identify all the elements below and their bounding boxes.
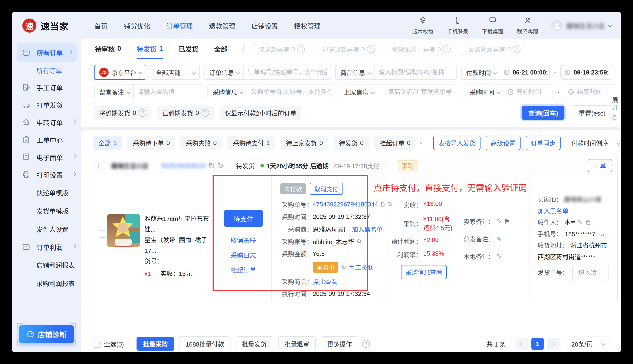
nav-home[interactable]: 首页 bbox=[94, 21, 108, 30]
nav-auth-management[interactable]: 授权管理 bbox=[294, 21, 321, 30]
contact-support[interactable]: 联系客服 bbox=[517, 16, 538, 35]
status-to-pay[interactable]: 采购待支付1 bbox=[227, 136, 275, 150]
mobile-login[interactable]: 手机登录 bbox=[447, 16, 468, 35]
sidebar-item-all-orders[interactable]: 所有订单 bbox=[17, 43, 77, 62]
order-sync-button[interactable]: 订单同步 bbox=[526, 136, 560, 150]
purchase-info-input[interactable] bbox=[247, 88, 334, 96]
nav-listing-optimize[interactable]: 铺货优化 bbox=[124, 21, 150, 30]
more-actions-button[interactable]: 更多操作 bbox=[321, 336, 358, 351]
tab-shipped[interactable]: 已发货 bbox=[179, 40, 199, 59]
fill-waybill-button[interactable]: 填入运单 bbox=[572, 264, 609, 281]
chip-will-overdue[interactable]: 将逾期发货0 ? bbox=[94, 106, 151, 120]
nav-refund-management[interactable]: 退款管理 bbox=[209, 21, 235, 30]
remark-input[interactable] bbox=[134, 88, 203, 96]
page-size-select[interactable]: 20条/页 bbox=[566, 336, 610, 351]
refresh-icon[interactable]: ↻ bbox=[218, 162, 224, 169]
view-purchase-goods-link[interactable]: 点此查看 bbox=[313, 277, 337, 286]
sidebar-subitem-express-template[interactable]: 快递单模版 bbox=[12, 183, 81, 202]
pencil-icon[interactable]: ✎ bbox=[578, 217, 583, 228]
shop-diagnose-button[interactable]: 店铺诊断 bbox=[19, 325, 74, 343]
sidebar-item-ticket-center[interactable]: 工单中心 bbox=[12, 131, 81, 148]
help-icon[interactable]: ? bbox=[297, 45, 305, 53]
tab-pending-ship[interactable]: 待发货1 bbox=[137, 40, 163, 59]
cancel-pay-button[interactable]: 取消支付 bbox=[310, 183, 343, 195]
pay-pending-button[interactable]: 待支付 bbox=[224, 210, 263, 227]
help-icon[interactable]: ? bbox=[513, 45, 520, 53]
shop-select[interactable]: 全部店铺 bbox=[151, 65, 200, 80]
view-purchase-info-button[interactable]: 采购信息查看 bbox=[401, 265, 447, 279]
pencil-icon[interactable]: ✎ bbox=[496, 218, 502, 225]
purchase-time-end[interactable] bbox=[574, 88, 616, 96]
remark-select[interactable]: 留言备注 bbox=[95, 88, 133, 96]
nav-order-management[interactable]: 订单管理 bbox=[166, 21, 193, 30]
sidebar-subitem-shop-profit-report[interactable]: 店铺利润报表 bbox=[12, 256, 81, 274]
buyer-blacklist-link[interactable]: 加入黑名单 bbox=[537, 208, 568, 214]
pay-time-end[interactable]: 09-19 23:59: bbox=[571, 69, 612, 76]
query-button[interactable]: 查询(回车) bbox=[522, 106, 564, 120]
eye-closed-icon[interactable] bbox=[598, 230, 605, 238]
sidebar-item-print-ship[interactable]: 打单发货 bbox=[12, 96, 81, 114]
platform-select[interactable]: JD 京东平台 bbox=[94, 65, 146, 80]
batch-ship-button[interactable]: 批量发货 bbox=[236, 336, 273, 351]
next-page-button[interactable] bbox=[547, 338, 559, 350]
download-desktop[interactable]: 下载桌面 bbox=[482, 16, 503, 35]
filter-return-refund-exception[interactable]: 退货退款异常0 ? bbox=[317, 42, 380, 56]
purchase-info-select[interactable]: 采购信息 bbox=[208, 88, 247, 96]
ticket-button[interactable]: 工单 bbox=[588, 159, 612, 172]
help-icon[interactable]: ? bbox=[367, 45, 375, 53]
tab-all[interactable]: 全部 bbox=[214, 40, 228, 59]
pay-time-start[interactable]: 06-21 00:00: bbox=[510, 69, 551, 76]
pencil-icon[interactable]: ✎ bbox=[496, 253, 502, 260]
supplier-info-select[interactable]: 上家信息 bbox=[339, 88, 378, 96]
help-icon[interactable]: ? bbox=[443, 45, 451, 53]
purchase-time-select[interactable]: 采购时间 bbox=[465, 88, 504, 96]
help-icon[interactable]: ? bbox=[202, 109, 209, 117]
reset-button[interactable]: 重置(esc) bbox=[572, 105, 612, 120]
status-all[interactable]: 全部1 bbox=[93, 136, 122, 150]
order-info-select[interactable]: 订单信息 bbox=[205, 68, 243, 77]
pay-time-end-box[interactable]: 09-19 23:59: bbox=[560, 65, 612, 80]
product-image[interactable] bbox=[107, 214, 140, 247]
sidebar-subitem-ship-template[interactable]: 发货单模版 bbox=[12, 202, 81, 220]
product-title[interactable]: 雅萌乐17cm星宝拉布布娃... bbox=[144, 214, 213, 235]
hold-order-link[interactable]: 挂起订单 bbox=[231, 265, 256, 274]
prev-page-button[interactable] bbox=[516, 338, 528, 350]
copy-icon[interactable] bbox=[208, 162, 215, 169]
flag-icon[interactable]: ⚑ bbox=[504, 218, 510, 225]
help-icon[interactable]: ? bbox=[362, 340, 370, 348]
product-info-select[interactable]: 商品信息 bbox=[336, 68, 374, 77]
status-held[interactable]: 挂起订单0 bbox=[374, 136, 416, 150]
manual-link[interactable]: 手工关联 bbox=[349, 263, 373, 272]
order-checkbox[interactable] bbox=[98, 162, 106, 170]
search-icon[interactable] bbox=[356, 238, 362, 244]
import-ship-button[interactable]: 表格导入发货 bbox=[433, 136, 480, 150]
vendor-blacklist-link[interactable]: 加入黑名单 bbox=[352, 224, 383, 234]
chip-paid-2h[interactable]: 仅显示付款2小时后的订单 bbox=[220, 106, 301, 120]
filter-refund-only-exception[interactable]: 仅退款异常0 ? bbox=[253, 42, 310, 56]
copy-icon[interactable] bbox=[380, 201, 385, 207]
sidebar-item-order-profit[interactable]: 订单利润 bbox=[12, 238, 81, 256]
sidebar-item-manual-orders[interactable]: 手工订单 bbox=[12, 78, 81, 96]
chip-overdue[interactable]: 已逾期发货0 ? bbox=[157, 106, 214, 120]
expand-toggle[interactable]: 展开 bbox=[610, 97, 619, 120]
sidebar-subitem-purchase-profit-report[interactable]: 采购利润报表 bbox=[12, 274, 81, 292]
pay-time-select[interactable]: 付款时间 bbox=[461, 68, 500, 77]
copy-icon[interactable] bbox=[585, 220, 591, 226]
batch-purchase-button[interactable]: 批量采购 bbox=[137, 337, 174, 351]
order-info-input[interactable] bbox=[244, 69, 331, 76]
sidebar-item-print-settings[interactable]: 打印设置 bbox=[12, 166, 81, 183]
batch-review-button[interactable]: 批量退审 bbox=[278, 336, 316, 351]
status-failed[interactable]: 采购失败0 bbox=[180, 136, 222, 150]
help-icon[interactable]: ? bbox=[139, 109, 146, 117]
filter-profit-exception[interactable]: 采购利润异常0 ? bbox=[463, 42, 526, 56]
sidebar-item-transfer-orders[interactable]: 中转订单 bbox=[12, 114, 81, 131]
sort-select[interactable]: 付款时间倒序 bbox=[566, 136, 621, 150]
product-info-input[interactable] bbox=[375, 69, 456, 76]
advanced-settings-button[interactable]: 高级设置 bbox=[486, 136, 520, 150]
order-number[interactable]: 3225230328210 bbox=[161, 162, 206, 169]
batch-pay-button[interactable]: 1688批量付款 bbox=[179, 336, 230, 351]
pencil-icon[interactable]: ✎ bbox=[496, 235, 502, 243]
filter-unbind-exception[interactable]: 解绑采购单异常0 ? bbox=[387, 42, 456, 56]
sidebar-subitem-sender-settings[interactable]: 发件人设置 bbox=[12, 220, 81, 238]
product-checkbox[interactable] bbox=[99, 230, 106, 238]
